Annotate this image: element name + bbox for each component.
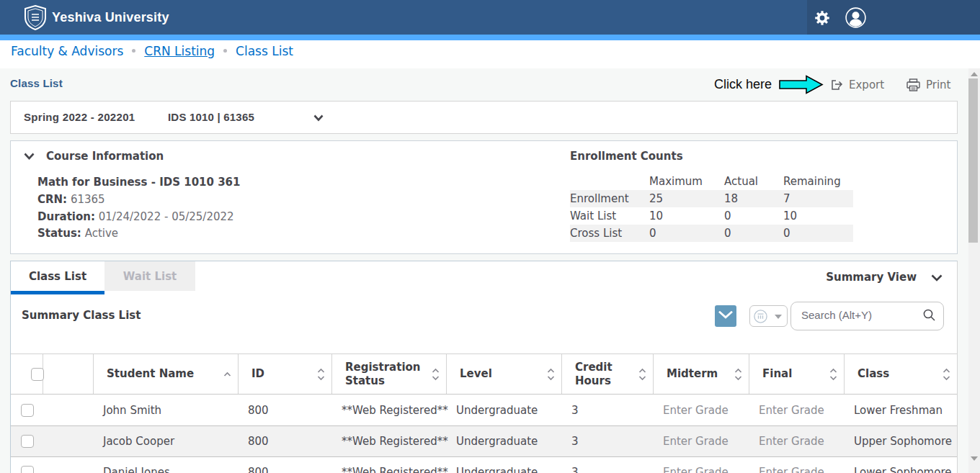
class-table-header: Student Name ID Registration Status Leve… xyxy=(11,353,957,395)
cell-class: Lower Freshman xyxy=(845,395,957,425)
row-blank-cell xyxy=(43,457,94,473)
header-midterm[interactable]: Midterm xyxy=(654,354,749,394)
filter-caret-icon xyxy=(775,315,782,319)
course-title: Math for Business - IDS 1010 361 xyxy=(37,176,240,189)
row-blank-cell xyxy=(43,395,94,425)
cell-midterm[interactable]: Enter Grade xyxy=(654,457,749,473)
header-credit-hours[interactable]: Credit Hours xyxy=(562,354,654,394)
header-final[interactable]: Final xyxy=(749,354,845,394)
cell-class: Upper Sophomore xyxy=(845,426,957,456)
header-level[interactable]: Level xyxy=(447,354,562,394)
cell-student-name[interactable]: Jacob Cooper xyxy=(94,426,239,456)
active-tab-underline xyxy=(11,291,104,294)
course-value: IDS 1010 | 61365 xyxy=(168,102,254,133)
header-student-name[interactable]: Student Name xyxy=(94,354,239,394)
tab-wait-list[interactable]: Wait List xyxy=(104,261,195,291)
table-row: Jacob Cooper 800 **Web Registered** Unde… xyxy=(11,426,957,457)
chevron-down-icon[interactable] xyxy=(313,114,324,122)
term-selector[interactable]: Spring 2022 - 202201 IDS 1010 | 61365 xyxy=(10,101,958,134)
cell-final[interactable]: Enter Grade xyxy=(749,395,845,425)
sort-both-icon[interactable] xyxy=(943,368,950,381)
cell-student-name[interactable]: John Smith xyxy=(94,395,239,425)
cell-midterm[interactable]: Enter Grade xyxy=(654,395,749,425)
cell-level: Undergraduate xyxy=(447,395,562,425)
table-row: John Smith 800 **Web Registered** Underg… xyxy=(11,395,957,426)
cell-registration-status: **Web Registered** xyxy=(332,457,447,473)
cell-final[interactable]: Enter Grade xyxy=(749,426,845,456)
sort-both-icon[interactable] xyxy=(547,368,555,381)
page-scrollbar[interactable] xyxy=(968,68,980,473)
cell-final[interactable]: Enter Grade xyxy=(749,457,845,473)
export-icon xyxy=(829,78,844,92)
search-icon[interactable] xyxy=(923,309,935,321)
sort-both-icon[interactable] xyxy=(638,368,646,381)
course-information-title: Course Information xyxy=(46,150,164,163)
breadcrumb-separator-icon xyxy=(132,49,135,53)
breadcrumb-class-list[interactable]: Class List xyxy=(236,44,293,58)
sort-asc-icon[interactable] xyxy=(223,371,231,377)
enrollment-header-row: Maximum Actual Remaining xyxy=(570,173,853,190)
sort-both-icon[interactable] xyxy=(317,368,325,381)
cell-id: 800 xyxy=(239,457,332,473)
course-crn: CRN: 61365 xyxy=(37,193,105,206)
print-button[interactable]: Print xyxy=(906,68,951,101)
sort-both-icon[interactable] xyxy=(432,368,440,381)
row-checkbox[interactable] xyxy=(21,466,34,473)
row-checkbox[interactable] xyxy=(21,435,34,448)
email-icon xyxy=(718,311,733,321)
row-select-cell xyxy=(11,395,43,425)
filter-icon xyxy=(754,310,767,323)
export-label: Export xyxy=(849,78,884,91)
breadcrumb-crn-listing[interactable]: CRN Listing xyxy=(144,44,215,58)
course-duration: Duration: 01/24/2022 - 05/25/2022 xyxy=(37,210,234,223)
cell-level: Undergraduate xyxy=(447,457,562,473)
cell-student-name[interactable]: Daniel Jones xyxy=(94,457,239,473)
table-row: Daniel Jones 800 **Web Registered** Unde… xyxy=(11,457,957,473)
account-user-icon[interactable] xyxy=(845,7,866,28)
header-registration-status[interactable]: Registration Status xyxy=(332,354,447,394)
tab-class-list[interactable]: Class List xyxy=(11,261,104,291)
scrollbar-up-icon[interactable] xyxy=(971,72,978,76)
filter-button[interactable] xyxy=(749,305,788,327)
view-mode-label[interactable]: Summary View xyxy=(826,261,917,291)
course-information-panel: Course Information Math for Business - I… xyxy=(10,140,958,254)
cell-credit-hours: 3 xyxy=(562,457,654,473)
university-logo-icon[interactable] xyxy=(22,4,48,30)
header-id[interactable]: ID xyxy=(239,354,332,394)
enrollment-row: Enrollment 25 18 7 xyxy=(570,190,853,207)
cell-midterm[interactable]: Enter Grade xyxy=(654,426,749,456)
cell-class: Lower Sophomore xyxy=(845,457,957,473)
scrollbar-down-icon[interactable] xyxy=(971,456,978,461)
row-checkbox[interactable] xyxy=(21,404,34,417)
accent-stripe xyxy=(0,35,980,40)
collapse-chevron-icon[interactable] xyxy=(24,153,35,160)
enrollment-row: Cross List 0 0 0 xyxy=(570,225,853,242)
app-header: Yeshiva University xyxy=(0,0,980,35)
breadcrumb: Faculty & Advisors CRN Listing Class Lis… xyxy=(0,40,980,68)
term-value: Spring 2022 - 202201 xyxy=(24,102,135,133)
sort-both-icon[interactable] xyxy=(734,368,742,381)
settings-gear-icon[interactable] xyxy=(814,9,831,27)
email-button[interactable] xyxy=(715,305,736,327)
row-select-cell xyxy=(11,457,43,473)
cell-registration-status: **Web Registered** xyxy=(332,395,447,425)
row-select-cell xyxy=(11,426,43,456)
class-table-body: John Smith 800 **Web Registered** Underg… xyxy=(11,395,957,473)
course-status: Status: Active xyxy=(37,227,118,240)
search-input[interactable] xyxy=(801,303,917,326)
select-all-checkbox[interactable] xyxy=(31,368,44,381)
print-label: Print xyxy=(926,78,951,91)
sort-both-icon[interactable] xyxy=(829,368,837,381)
export-button[interactable]: Export xyxy=(829,68,884,101)
enrollment-counts-table: Maximum Actual Remaining Enrollment 25 1… xyxy=(570,173,853,242)
cell-credit-hours: 3 xyxy=(562,395,654,425)
scrollbar-thumb[interactable] xyxy=(968,78,978,243)
cell-credit-hours: 3 xyxy=(562,426,654,456)
view-mode-chevron-icon[interactable] xyxy=(931,274,943,281)
header-class[interactable]: Class xyxy=(845,354,957,394)
summary-class-list-title: Summary Class List xyxy=(22,309,141,322)
cell-id: 800 xyxy=(239,395,332,425)
breadcrumb-faculty-advisors[interactable]: Faculty & Advisors xyxy=(11,44,123,58)
header-blank xyxy=(43,354,94,394)
header-select-all xyxy=(11,354,43,394)
